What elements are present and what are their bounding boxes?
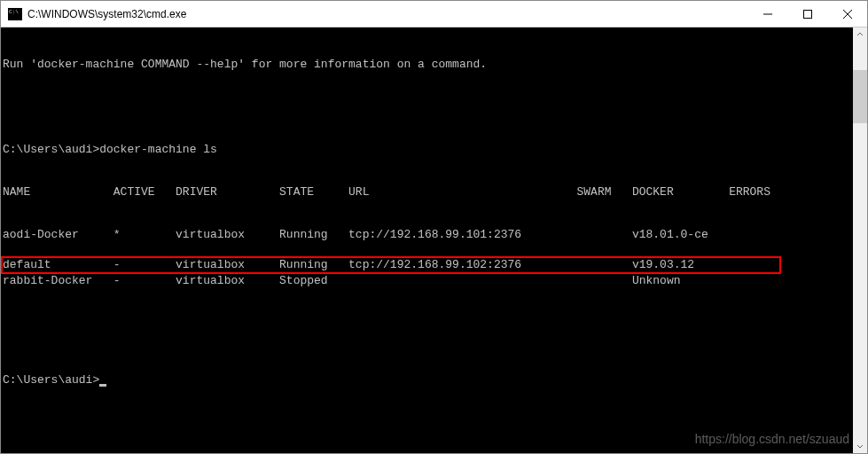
blank-line <box>3 331 867 345</box>
table-row: aodi-Docker * virtualbox Running tcp://1… <box>3 228 867 242</box>
table-body: aodi-Docker * virtualbox Running tcp://1… <box>3 228 867 302</box>
prompt: C:\Users\audi> <box>3 143 99 156</box>
window-title: C:\WINDOWS\system32\cmd.exe <box>27 8 747 20</box>
maximize-button[interactable] <box>787 1 827 27</box>
vertical-scrollbar[interactable] <box>853 27 867 453</box>
prompt-line-2: C:\Users\audi> <box>3 373 867 387</box>
maximize-icon <box>803 10 812 19</box>
blank-line <box>3 100 867 114</box>
cursor <box>99 384 106 387</box>
watermark-text: https://blog.csdn.net/szuaud <box>695 432 849 446</box>
close-button[interactable] <box>827 1 867 27</box>
scrollbar-track[interactable] <box>853 42 867 439</box>
minimize-button[interactable] <box>747 1 787 27</box>
titlebar[interactable]: C:\WINDOWS\system32\cmd.exe <box>1 1 867 27</box>
cmd-window: C:\WINDOWS\system32\cmd.exe Run 'docker-… <box>0 0 868 454</box>
prompt: C:\Users\audi> <box>3 373 99 387</box>
prompt-line-1: C:\Users\audi>docker-machine ls <box>3 143 867 157</box>
chevron-up-icon <box>856 31 864 38</box>
chevron-down-icon <box>856 442 864 450</box>
command: docker-machine ls <box>99 143 217 156</box>
scroll-up-button[interactable] <box>853 27 867 42</box>
help-text: Run 'docker-machine COMMAND --help' for … <box>3 58 867 72</box>
table-row: default - virtualbox Running tcp://192.1… <box>1 256 781 274</box>
window-controls <box>747 1 867 27</box>
table-header: NAME ACTIVE DRIVER STATE URL SWARM DOCKE… <box>3 185 867 200</box>
terminal-area[interactable]: Run 'docker-machine COMMAND --help' for … <box>1 27 867 453</box>
close-icon <box>843 10 852 19</box>
cmd-icon <box>8 8 22 20</box>
minimize-icon <box>763 10 772 19</box>
scroll-down-button[interactable] <box>853 439 867 453</box>
table-row: rabbit-Docker - virtualbox Stopped Unkno… <box>3 274 867 288</box>
svg-rect-1 <box>803 10 811 18</box>
scrollbar-thumb[interactable] <box>853 70 867 123</box>
